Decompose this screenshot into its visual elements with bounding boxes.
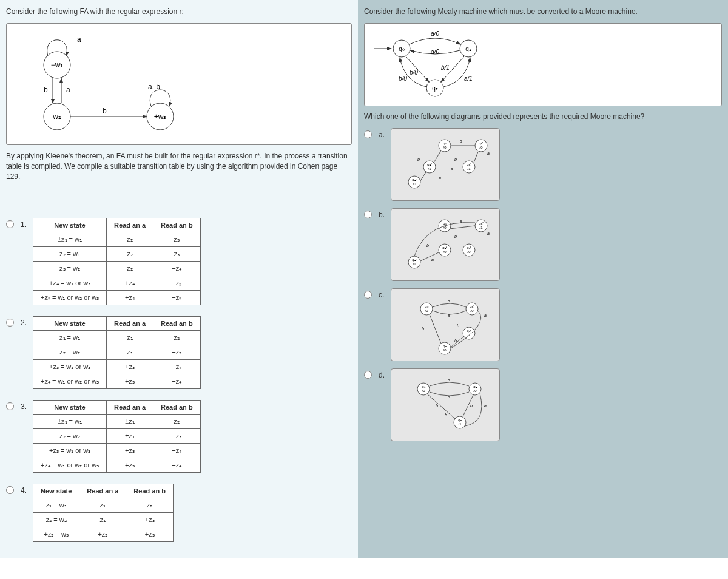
svg-text:b: b xyxy=(454,339,457,343)
q2-option-c-label: c. xyxy=(379,288,391,299)
svg-text:a, b: a, b xyxy=(148,83,160,91)
q2-option-a-diagram: q₂¹/0 q₂²/1 q₀/0 q₁²/1 q₁¹/0 bb aa aa xyxy=(391,128,500,201)
q1-option-4-radio[interactable] xyxy=(6,486,14,494)
q1-option-3-table: New stateRead an aRead an b ±z₁ = w₁±z₁z… xyxy=(33,400,201,473)
svg-text:q₂²: q₂² xyxy=(442,246,447,249)
svg-text:/0: /0 xyxy=(470,309,474,313)
svg-text:a: a xyxy=(460,219,462,223)
svg-text:q₂¹: q₂¹ xyxy=(412,178,416,181)
question-2-panel: Consider the following Mealy machine whi… xyxy=(358,0,728,558)
q2-option-b-diagram: q₂¹/1 q₂²/0 q₀/0 q₁¹/0 q₁²/1 bb aa a xyxy=(391,208,500,281)
svg-text:a/0: a/0 xyxy=(431,30,439,37)
svg-text:/0: /0 xyxy=(479,146,483,149)
q2-option-a-radio[interactable] xyxy=(364,130,372,138)
svg-text:b: b xyxy=(445,413,447,417)
svg-text:w₂: w₂ xyxy=(52,112,61,121)
svg-text:q₂²: q₂² xyxy=(427,163,431,166)
svg-text:q₂: q₂ xyxy=(432,85,438,92)
svg-text:a: a xyxy=(484,313,487,317)
svg-text:q₁²: q₁² xyxy=(479,222,483,225)
q1-option-4-num: 4. xyxy=(21,484,33,495)
svg-text:/0: /0 xyxy=(443,348,447,352)
q1-option-2-num: 2. xyxy=(21,316,33,327)
svg-text:a: a xyxy=(431,257,434,262)
svg-text:/1: /1 xyxy=(413,262,416,266)
svg-text:b: b xyxy=(426,243,429,248)
q1-option-4-table: New stateRead an aRead an b z₁ = w₁z₁z₂ … xyxy=(33,484,174,542)
svg-text:q₂¹: q₂¹ xyxy=(412,258,416,262)
q1-option-1-table: New stateRead an aRead an b ±z₁ = w₁z₂z₃… xyxy=(33,218,201,305)
svg-text:/0: /0 xyxy=(443,250,447,254)
svg-text:a: a xyxy=(448,313,450,317)
svg-text:a: a xyxy=(448,299,450,303)
svg-text:/0: /0 xyxy=(422,389,425,393)
mealy-diagram: q₀ q₁ q₂ a/0 a/0 b/0 b/0 b/1 xyxy=(364,23,722,106)
svg-text:/0: /0 xyxy=(413,182,416,186)
svg-text:a: a xyxy=(451,166,453,171)
svg-text:b: b xyxy=(436,404,438,408)
svg-text:/0: /0 xyxy=(473,389,477,393)
svg-text:b/1: b/1 xyxy=(441,64,450,71)
svg-text:q₁¹: q₁¹ xyxy=(467,246,471,249)
q1-body: By applying Kleene's theorem, an FA must… xyxy=(6,151,352,181)
q2-option-b-label: b. xyxy=(379,208,391,219)
q2-option-b-radio[interactable] xyxy=(364,211,372,218)
svg-text:b: b xyxy=(470,404,473,408)
svg-text:a: a xyxy=(448,378,450,382)
svg-text:a: a xyxy=(487,151,490,155)
q2-option-d-diagram: q₀/0 q₁/0 q₂/1 aa bb ba xyxy=(391,368,500,441)
svg-line-45 xyxy=(434,151,441,163)
svg-text:a: a xyxy=(487,231,490,235)
q1-title: Consider the following FA with the regul… xyxy=(6,5,352,18)
q1-option-2-radio[interactable] xyxy=(6,319,14,327)
svg-text:b: b xyxy=(103,107,107,115)
svg-line-70 xyxy=(420,252,439,261)
svg-text:/1: /1 xyxy=(428,167,431,171)
q1-options: 1. New stateRead an aRead an b ±z₁ = w₁z… xyxy=(6,218,352,542)
svg-text:/1: /1 xyxy=(479,226,483,229)
q1-option-1-num: 1. xyxy=(21,218,33,229)
svg-text:/0: /0 xyxy=(443,146,447,149)
svg-text:a: a xyxy=(439,175,441,180)
svg-text:b/0: b/0 xyxy=(399,75,407,82)
svg-text:/0: /0 xyxy=(467,250,471,254)
svg-text:/1: /1 xyxy=(458,422,462,426)
svg-text:a: a xyxy=(460,139,462,143)
svg-text:b: b xyxy=(454,234,457,239)
svg-text:a/0: a/0 xyxy=(431,49,439,55)
q2-option-d-radio[interactable] xyxy=(364,371,372,379)
q2-options: a. q₂¹/0 q₂²/1 q₀/0 q₁²/1 q₁¹/0 bb aa aa xyxy=(364,128,722,441)
q2-option-c-diagram: q₀/0 q₁²/0 q₂/0 q₁¹/1 aa bb ab xyxy=(391,288,500,361)
svg-text:a/1: a/1 xyxy=(464,75,473,82)
q2-title: Consider the following Mealy machine whi… xyxy=(364,5,722,18)
q1-option-1-radio[interactable] xyxy=(6,220,14,228)
svg-line-47 xyxy=(474,152,478,163)
q1-option-2-table: New stateRead an aRead an b z₁ = w₁z₁z₂ … xyxy=(33,316,201,389)
svg-text:a: a xyxy=(77,35,81,44)
svg-text:q₁¹: q₁¹ xyxy=(479,141,483,145)
svg-text:q₁²: q₁² xyxy=(470,305,474,308)
svg-line-69 xyxy=(450,226,475,229)
svg-line-105 xyxy=(428,394,455,419)
svg-line-88 xyxy=(430,314,441,344)
svg-text:b: b xyxy=(44,86,48,94)
q1-option-3-radio[interactable] xyxy=(6,402,14,410)
q2-option-d-label: d. xyxy=(379,368,391,379)
svg-text:q₁: q₁ xyxy=(465,46,471,52)
svg-text:b: b xyxy=(454,157,457,161)
svg-line-44 xyxy=(420,171,426,181)
svg-text:b: b xyxy=(417,157,420,161)
svg-text:/1: /1 xyxy=(467,167,471,171)
q2-option-c-radio[interactable] xyxy=(364,291,372,299)
svg-text:q₁²: q₁² xyxy=(467,163,471,166)
svg-text:b: b xyxy=(422,327,424,331)
q2-option-a-label: a. xyxy=(379,128,391,139)
fa-diagram: −w₁ a w₂ b a +w₃ a, b b xyxy=(6,23,352,145)
question-1-panel: Consider the following FA with the regul… xyxy=(0,0,358,558)
svg-text:q₁¹: q₁¹ xyxy=(467,329,471,333)
svg-text:+w₃: +w₃ xyxy=(154,112,167,121)
q1-option-3-num: 3. xyxy=(21,400,33,411)
svg-text:b: b xyxy=(457,323,459,328)
svg-text:a: a xyxy=(484,404,487,408)
svg-text:a: a xyxy=(66,86,70,94)
